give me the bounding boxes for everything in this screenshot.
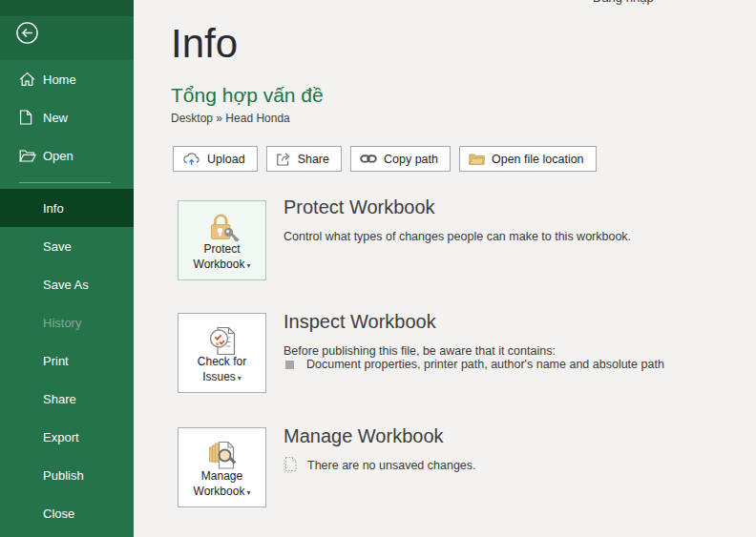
unsaved-changes-doc-icon bbox=[283, 456, 299, 474]
back-area bbox=[0, 16, 134, 60]
protect-section-description: Control what types of changes people can… bbox=[284, 230, 631, 243]
sidebar-item-label: Open bbox=[43, 149, 74, 163]
inspect-section-description: Before publishing this file, be aware th… bbox=[284, 344, 556, 358]
sidebar-item-open[interactable]: Open bbox=[0, 136, 134, 175]
sidebar-item-label: Info bbox=[43, 201, 64, 216]
sidebar-item-export[interactable]: Export bbox=[0, 418, 134, 456]
sidebar-item-label: Close bbox=[43, 506, 74, 521]
lock-key-icon bbox=[203, 210, 242, 248]
protect-workbook-button[interactable]: Protect Workbook▾ bbox=[178, 200, 266, 280]
sidebar-item-save[interactable]: Save bbox=[0, 227, 134, 265]
upload-button[interactable]: Upload bbox=[173, 146, 258, 172]
upload-button-label: Upload bbox=[207, 153, 245, 166]
link-icon bbox=[360, 155, 377, 163]
file-path: Desktop » Head Honda bbox=[171, 112, 290, 125]
dropdown-caret-icon: ▾ bbox=[246, 488, 250, 497]
bullet-square-icon bbox=[285, 361, 294, 369]
home-icon bbox=[19, 72, 43, 87]
sidebar-item-label: Export bbox=[43, 430, 79, 444]
sidebar-item-home[interactable]: Home bbox=[0, 60, 134, 98]
open-file-location-button-label: Open file location bbox=[492, 153, 584, 166]
inspect-bullet-row: Document properties, printer path, autho… bbox=[285, 358, 664, 371]
sidebar-item-label: Print bbox=[43, 354, 69, 368]
inspect-document-icon bbox=[203, 322, 242, 361]
titlebar-strip bbox=[0, 0, 134, 16]
share-icon bbox=[276, 152, 291, 166]
back-arrow-icon bbox=[16, 22, 38, 44]
sidebar-item-history: History bbox=[0, 303, 134, 341]
file-title: Tổng hợp vấn đề bbox=[171, 84, 324, 107]
open-icon bbox=[19, 150, 43, 162]
new-icon bbox=[19, 110, 43, 125]
manage-workbook-button[interactable]: Manage Workbook▾ bbox=[178, 427, 266, 507]
share-button[interactable]: Share bbox=[266, 146, 342, 172]
sidebar-nav-top: Home New Open bbox=[0, 60, 134, 175]
sidebar-item-label: History bbox=[43, 316, 81, 330]
share-button-label: Share bbox=[298, 153, 329, 166]
sidebar-item-label: Save bbox=[43, 239, 72, 254]
open-file-location-button[interactable]: Open file location bbox=[459, 146, 597, 172]
sidebar-item-label: New bbox=[43, 111, 68, 125]
sidebar-item-save-as[interactable]: Save As bbox=[0, 265, 134, 303]
protect-section-title: Protect Workbook bbox=[284, 196, 435, 218]
sidebar-item-label: Home bbox=[43, 72, 76, 87]
manage-section-title: Manage Workbook bbox=[284, 425, 444, 447]
sidebar-item-print[interactable]: Print bbox=[0, 341, 134, 380]
back-button[interactable] bbox=[16, 22, 38, 44]
sidebar-item-label: Share bbox=[43, 392, 76, 406]
file-actions-toolbar: Upload Share Copy path Open file lo bbox=[173, 146, 605, 172]
cloud-upload-icon bbox=[182, 152, 200, 166]
backstage-sidebar: Home New Open Info bbox=[0, 0, 134, 537]
sidebar-divider bbox=[19, 182, 111, 183]
manage-versions-icon bbox=[203, 437, 242, 475]
folder-icon bbox=[469, 153, 485, 165]
manage-note-text: There are no unsaved changes. bbox=[307, 459, 476, 472]
copy-path-button[interactable]: Copy path bbox=[350, 146, 451, 172]
page-title: Info bbox=[171, 21, 238, 67]
sidebar-item-label: Save As bbox=[43, 278, 89, 292]
check-for-issues-button[interactable]: Check for Issues▾ bbox=[178, 313, 266, 393]
sidebar-item-new[interactable]: New bbox=[0, 98, 134, 136]
sidebar-item-close[interactable]: Close bbox=[0, 494, 134, 532]
inspect-bullet-text: Document properties, printer path, autho… bbox=[306, 358, 664, 371]
sidebar-item-publish[interactable]: Publish bbox=[0, 456, 134, 494]
sidebar-item-share[interactable]: Share bbox=[0, 380, 134, 418]
dropdown-caret-icon: ▾ bbox=[238, 374, 242, 382]
inspect-section-title: Inspect Workbook bbox=[284, 311, 436, 333]
sidebar-nav-bottom: Info Save Save As History Print Share Ex… bbox=[0, 189, 134, 532]
account-signin-clipped[interactable]: Đăng nhập bbox=[593, 0, 692, 8]
dropdown-caret-icon: ▾ bbox=[246, 261, 250, 270]
account-signin-label: Đăng nhập bbox=[593, 0, 692, 5]
sidebar-item-label: Publish bbox=[43, 468, 84, 483]
copy-path-button-label: Copy path bbox=[384, 153, 438, 166]
manage-note-row: There are no unsaved changes. bbox=[283, 456, 476, 474]
sidebar-item-info[interactable]: Info bbox=[0, 189, 134, 227]
